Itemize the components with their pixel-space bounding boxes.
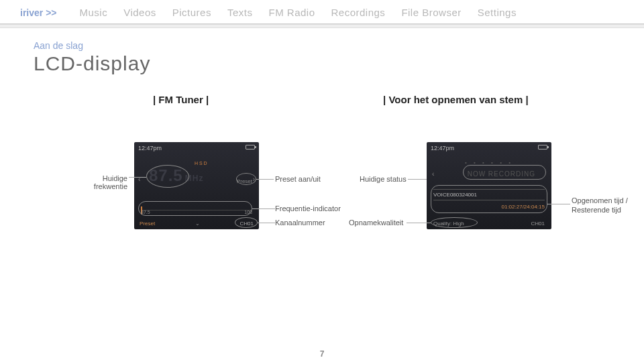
callout-line bbox=[408, 179, 427, 180]
annotation-recording-quality: Opnamekwaliteit bbox=[349, 219, 403, 227]
chevron-down-icon: ⌄ bbox=[195, 221, 200, 227]
fm-hd-indicator: H S D bbox=[195, 161, 207, 166]
page-title: LCD-display bbox=[34, 52, 617, 75]
chevron-left-icon: ‹ bbox=[432, 170, 434, 178]
voice-channel: CH01 bbox=[531, 221, 545, 227]
brand-logo: iriver >> bbox=[20, 7, 57, 18]
voice-time: 12:47pm bbox=[431, 145, 454, 151]
nav-fm-radio[interactable]: FM Radio bbox=[268, 7, 315, 18]
callout-line bbox=[407, 223, 431, 223]
annotation-channel-number: Kanaalnummer bbox=[275, 219, 325, 227]
nav-file-browser[interactable]: File Browser bbox=[401, 7, 461, 18]
callout-circle-freq-indicator bbox=[138, 201, 252, 216]
callout-circle-channel bbox=[235, 217, 258, 228]
breadcrumb: Aan de slag bbox=[34, 40, 617, 51]
callout-circle-preset bbox=[236, 173, 256, 185]
fm-time: 12:47pm bbox=[138, 145, 162, 151]
section-fm-tuner: | FM Tuner | bbox=[153, 94, 209, 105]
battery-icon bbox=[246, 145, 255, 149]
page-number: 7 bbox=[0, 349, 644, 359]
diagram-area: Huidige frekwentie 12:47pm H S D 87.5MHz… bbox=[34, 142, 617, 290]
annotation-preset-toggle: Preset aan/uit bbox=[275, 175, 321, 183]
section-voice-record: | Voor het opnemen van stem | bbox=[383, 94, 529, 105]
nav-settings[interactable]: Settings bbox=[478, 7, 517, 18]
nav-recordings[interactable]: Recordings bbox=[331, 7, 386, 18]
callout-line bbox=[256, 179, 274, 180]
callout-circle-file-time bbox=[431, 185, 547, 213]
annotation-recorded-time: Opgenomen tijd / Resterende tijd bbox=[572, 196, 644, 215]
callout-circle-quality bbox=[431, 217, 478, 228]
callout-line bbox=[129, 177, 146, 178]
callout-circle-frequency bbox=[146, 165, 189, 188]
nav-videos[interactable]: Videos bbox=[123, 7, 156, 18]
annotation-current-frequency: Huidige frekwentie bbox=[74, 174, 127, 190]
top-navigation: iriver >> Music Videos Pictures Texts FM… bbox=[0, 0, 644, 24]
callout-line bbox=[258, 223, 275, 223]
nav-texts[interactable]: Texts bbox=[227, 7, 253, 18]
annotation-current-status: Huidige status bbox=[360, 175, 407, 183]
annotation-frequency-indicator: Frequentie-indicator bbox=[275, 204, 341, 213]
callout-line bbox=[252, 208, 275, 209]
nav-pictures[interactable]: Pictures bbox=[172, 7, 211, 18]
battery-icon bbox=[538, 145, 547, 149]
fm-bottom-preset: Preset bbox=[140, 221, 155, 227]
callout-line bbox=[547, 204, 570, 204]
fm-tuner-screen: 12:47pm H S D 87.5MHz Preset ‹ › 87.5 10… bbox=[134, 142, 259, 229]
nav-music[interactable]: Music bbox=[80, 7, 108, 18]
callout-circle-status bbox=[463, 165, 546, 180]
